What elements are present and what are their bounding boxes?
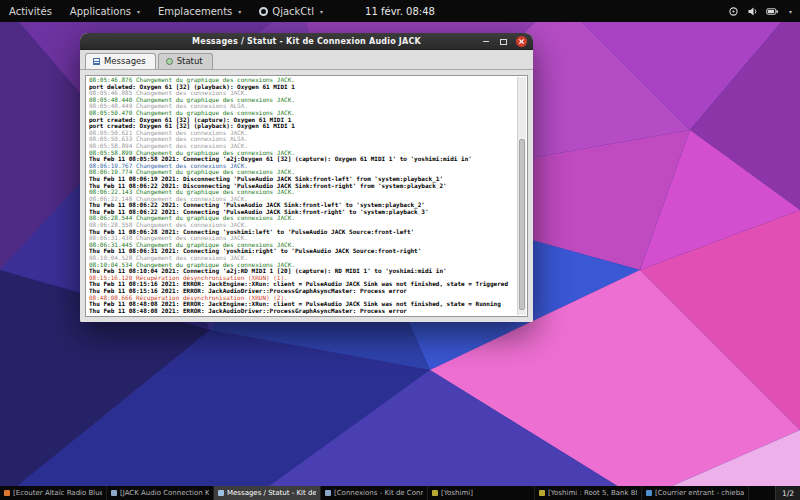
log-line: 08:05:48.440 Changement du graphique des… [89, 97, 516, 104]
log-line: Thu Feb 11 08:48:08 2021: ERROR: JackEng… [89, 301, 516, 308]
log-line: 08:05:50.633 Changement des connexions A… [89, 136, 516, 143]
log-line: 08:06:19.774 Changement du graphique des… [89, 169, 516, 176]
window-title: Messages / Statut - Kit de Connexion Aud… [80, 37, 533, 46]
clock[interactable]: 11 févr. 08:48 [365, 6, 435, 17]
maximize-button[interactable] [498, 36, 509, 47]
messages-log[interactable]: 08:05:46.876 Changement du graphique des… [85, 75, 528, 317]
log-line: 08:05:58.894 Changement des connexions J… [89, 143, 516, 150]
close-button[interactable] [516, 36, 527, 47]
tab-bar: Messages Statut [80, 50, 533, 70]
app-menu-label: QjackCtl [272, 6, 314, 17]
window-button-label: [Connexions - Kit de Connex… [334, 489, 423, 497]
tab-messages-label: Messages [104, 56, 146, 66]
battery-icon [766, 6, 779, 17]
chevron-down-icon: ▾ [789, 8, 792, 15]
log-line: Thu Feb 11 08:06:19 2021: Disconnecting … [89, 176, 516, 183]
scrollbar-thumb[interactable] [519, 139, 525, 310]
window-button-label: [Ecouter Altaïc Radio Blues e… [13, 489, 102, 497]
log-line: port deleted: Oxygen 61 [32] (playback):… [89, 84, 516, 91]
tab-messages[interactable]: Messages [85, 53, 156, 69]
vertical-scrollbar[interactable] [517, 77, 526, 315]
chevron-down-icon: ▾ [137, 8, 140, 15]
log-line: 08:10:04.528 Changement des connexions J… [89, 255, 516, 262]
log-lines: 08:05:46.876 Changement du graphique des… [89, 77, 516, 314]
activities-button[interactable]: Activités [0, 0, 61, 22]
taskbar-window-button[interactable]: [Ecouter Altaïc Radio Blues e… [0, 486, 107, 500]
tab-statut-label: Statut [177, 56, 203, 66]
taskbar-window-button[interactable]: [Connexions - Kit de Connex… [321, 486, 428, 500]
log-line: 08:05:46.885 Changement des connexions J… [89, 90, 516, 97]
top-bar-menus: Activités Applications ▾ Emplacements ▾ … [0, 0, 332, 22]
window-icon [539, 490, 545, 496]
log-line: 08:06:31.438 Changement des connexions J… [89, 235, 516, 242]
window-icon [111, 490, 117, 496]
log-line: 08:06:19.767 Changement des connexions J… [89, 163, 516, 170]
window-icon [218, 490, 224, 496]
log-line: 08:06:22.148 Changement des connexions J… [89, 196, 516, 203]
window-titlebar[interactable]: Messages / Statut - Kit de Connexion Aud… [80, 33, 533, 50]
log-line: Thu Feb 11 08:06:22 2021: Connecting 'Pu… [89, 209, 516, 216]
volume-icon [747, 6, 758, 17]
system-status-area[interactable]: ▾ [728, 0, 792, 22]
taskbar-window-button[interactable]: [JACK Audio Connection Kit… [107, 486, 214, 500]
window-icon [432, 490, 438, 496]
applications-menu-label: Applications [70, 6, 131, 17]
log-line: Thu Feb 11 08:06:22 2021: Disconnecting … [89, 183, 516, 190]
chevron-down-icon: ▾ [320, 8, 323, 15]
applications-menu[interactable]: Applications ▾ [61, 0, 149, 22]
log-line: port created: Oxygen 61 [32] (playback):… [89, 123, 516, 130]
log-line: Thu Feb 11 08:06:28 2021: Connecting 'yo… [89, 229, 516, 236]
status-icon [166, 58, 173, 65]
log-line: 08:48:08.666 Récupération désynchronisat… [89, 295, 516, 302]
log-line: Thu Feb 11 08:15:16 2021: ERROR: JackAud… [89, 288, 516, 295]
chevron-down-icon: ▾ [238, 8, 241, 15]
workspace-indicator[interactable]: 1/2 [775, 486, 800, 500]
log-line: Thu Feb 11 08:06:31 2021: Connecting 'yo… [89, 248, 516, 255]
log-line: 08:06:28.544 Changement du graphique des… [89, 215, 516, 222]
log-line: Thu Feb 11 08:05:58 2021: Connecting 'a2… [89, 156, 516, 163]
window-button-label: [Yoshimi] [441, 489, 473, 497]
log-line: 08:06:22.143 Changement du graphique des… [89, 189, 516, 196]
tab-statut[interactable]: Statut [158, 53, 213, 69]
window-content: 08:05:46.876 Changement du graphique des… [80, 70, 533, 322]
messages-icon [93, 58, 100, 65]
taskbar-window-button[interactable]: [Yoshimi] [428, 486, 535, 500]
top-bar: Activités Applications ▾ Emplacements ▾ … [0, 0, 800, 22]
window-button-label: [Courrier entrant - chiebars… [655, 489, 744, 497]
minimize-button[interactable] [480, 36, 491, 47]
places-menu-label: Emplacements [158, 6, 232, 17]
taskbar-window-button[interactable]: [Yoshimi : Root 5, Bank 88 -… [535, 486, 642, 500]
window-button-label: Messages / Statut - Kit de Co… [227, 489, 316, 497]
log-line: 08:10:04.534 Changement du graphique des… [89, 262, 516, 269]
window-button-label: [JACK Audio Connection Kit… [120, 489, 209, 497]
screencast-icon [728, 6, 739, 17]
log-line: Thu Feb 11 08:10:04 2021: Connecting 'a2… [89, 268, 516, 275]
window-icon [4, 490, 10, 496]
qjackctl-app-menu[interactable]: QjackCtl ▾ [250, 0, 332, 22]
window-controls [480, 33, 527, 50]
log-line: 08:05:58.899 Changement du graphique des… [89, 150, 516, 157]
log-line: Thu Feb 11 08:48:08 2021: ERROR: JackAud… [89, 308, 516, 315]
qjackctl-icon [259, 7, 268, 16]
log-line: Thu Feb 11 08:15:16 2021: ERROR: JackEng… [89, 281, 516, 288]
log-line: 08:05:50.621 Changement des connexions J… [89, 130, 516, 137]
log-line: 08:06:28.558 Changement des connexions J… [89, 222, 516, 229]
qjackctl-messages-window: Messages / Statut - Kit de Connexion Aud… [80, 33, 533, 322]
log-line: 08:06:31.445 Changement du graphique des… [89, 242, 516, 249]
log-line: 08:05:50.470 Changement du graphique des… [89, 110, 516, 117]
log-line: port created: Oxygen 61 [32] (capture): … [89, 117, 516, 124]
log-line: 08:05:46.876 Changement du graphique des… [89, 77, 516, 84]
taskbar-window-button[interactable]: Messages / Statut - Kit de Co… [214, 486, 321, 500]
taskbar-spacer [749, 486, 775, 500]
window-icon [325, 490, 331, 496]
taskbar-window-button[interactable]: [Courrier entrant - chiebars… [642, 486, 749, 500]
close-icon [518, 38, 525, 45]
places-menu[interactable]: Emplacements ▾ [149, 0, 250, 22]
log-line: 08:05:48.449 Changement des connexions A… [89, 103, 516, 110]
log-line: Thu Feb 11 08:06:22 2021: Connecting 'Pu… [89, 202, 516, 209]
window-button-label: [Yoshimi : Root 5, Bank 88 -… [548, 489, 637, 497]
log-line: 08:15:16.120 Récupération désynchronisat… [89, 275, 516, 282]
window-list-bar: [Ecouter Altaïc Radio Blues e… [JACK Aud… [0, 486, 800, 500]
window-icon [646, 490, 652, 496]
